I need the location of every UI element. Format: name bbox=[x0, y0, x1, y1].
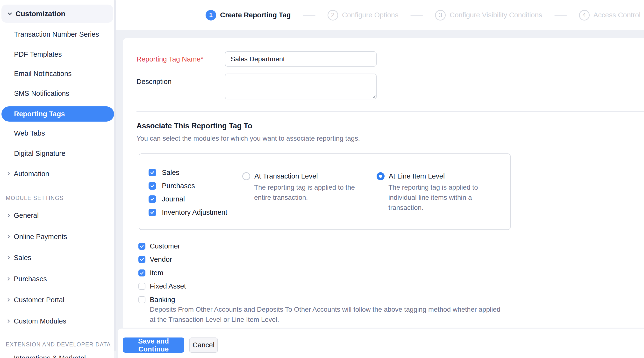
checkmark-icon bbox=[148, 195, 156, 203]
module-association-panel: Sales Purchases Journal Inventory Adjust… bbox=[139, 154, 511, 230]
checkbox-empty-icon bbox=[138, 283, 146, 290]
sidebar-item-digital-signature[interactable]: Digital Signature bbox=[14, 148, 66, 159]
checkmark-icon bbox=[148, 209, 156, 216]
radio-icon bbox=[242, 172, 250, 180]
sidebar-section-custom-modules[interactable]: Custom Modules bbox=[0, 316, 116, 326]
sidebar-section-label: General bbox=[14, 210, 39, 221]
step-label: Configure Visibility Conditions bbox=[450, 11, 542, 19]
sidebar-scrollbar-track bbox=[114, 0, 116, 358]
radio-selected-icon bbox=[376, 172, 384, 180]
save-and-continue-button[interactable]: Save and Continue bbox=[123, 338, 184, 353]
wizard-stepper: 1 Create Reporting Tag 2 Configure Optio… bbox=[116, 0, 644, 30]
checkbox-label: Item bbox=[150, 269, 163, 277]
sidebar-section-label: Online Payments bbox=[14, 231, 67, 242]
checkbox-label: Customer bbox=[150, 242, 180, 250]
sidebar-section-label: Automation bbox=[14, 168, 49, 179]
form-action-bar: Save and Continue Cancel bbox=[118, 329, 644, 358]
sidebar-item-sms-notifications[interactable]: SMS Notifications bbox=[14, 88, 69, 99]
checkbox-fixed-asset[interactable]: Fixed Asset bbox=[138, 281, 186, 291]
reporting-tag-name-label: Reporting Tag Name* bbox=[136, 54, 204, 64]
checkmark-icon bbox=[138, 243, 146, 250]
checkmark-icon bbox=[148, 169, 156, 176]
sidebar-section-label: Purchases bbox=[14, 274, 47, 284]
checkbox-vendor[interactable]: Vendor bbox=[138, 254, 172, 265]
checkbox-inventory-adjustment[interactable]: Inventory Adjustment bbox=[148, 207, 227, 218]
checkmark-icon bbox=[138, 269, 146, 276]
checkbox-label: Inventory Adjustment bbox=[162, 208, 227, 216]
step-connector bbox=[554, 15, 567, 16]
step-connector bbox=[410, 15, 423, 16]
banking-note: Deposits From Other Accounts and Deposit… bbox=[150, 304, 507, 325]
chevron-right-icon bbox=[6, 234, 12, 240]
radio-at-transaction-level[interactable]: At Transaction Level bbox=[242, 171, 318, 181]
sidebar-item-email-notifications[interactable]: Email Notifications bbox=[14, 68, 72, 79]
checkbox-empty-icon bbox=[138, 296, 146, 303]
create-reporting-tag-form: Reporting Tag Name* Description Associat… bbox=[123, 38, 644, 328]
chevron-right-icon bbox=[6, 255, 12, 261]
chevron-down-icon bbox=[7, 11, 13, 17]
sidebar-header-extension-developer-data: EXTENSION AND DEVELOPER DATA bbox=[6, 340, 111, 349]
checkbox-label: Banking bbox=[150, 296, 175, 304]
step-configure-options[interactable]: 2 Configure Options bbox=[328, 10, 398, 20]
sidebar-section-online-payments[interactable]: Online Payments bbox=[0, 231, 116, 242]
checkbox-label: Vendor bbox=[150, 255, 172, 263]
chevron-right-icon bbox=[6, 318, 12, 324]
settings-sidebar: Customization Transaction Number Series … bbox=[0, 0, 116, 358]
step-configure-visibility-conditions[interactable]: 3 Configure Visibility Conditions bbox=[435, 10, 542, 20]
step-create-reporting-tag[interactable]: 1 Create Reporting Tag bbox=[206, 10, 291, 20]
sidebar-item-reporting-tags-selected[interactable]: Reporting Tags bbox=[2, 106, 114, 122]
radio-description: The reporting tag is applied to the enti… bbox=[254, 182, 366, 203]
sidebar-section-label: Customization bbox=[16, 10, 66, 18]
associate-section-subtitle: You can select the modules for which you… bbox=[136, 133, 360, 144]
sidebar-section-purchases[interactable]: Purchases bbox=[0, 274, 116, 284]
chevron-right-icon bbox=[6, 171, 12, 177]
sidebar-section-general[interactable]: General bbox=[0, 210, 116, 221]
sidebar-section-automation[interactable]: Automation bbox=[0, 168, 116, 179]
sidebar-item-transaction-number-series[interactable]: Transaction Number Series bbox=[14, 29, 99, 39]
radio-label: At Line Item Level bbox=[389, 172, 445, 180]
checkbox-purchases[interactable]: Purchases bbox=[148, 180, 195, 191]
step-label: Configure Options bbox=[342, 11, 398, 19]
checkbox-customer[interactable]: Customer bbox=[138, 241, 180, 251]
checkbox-sales[interactable]: Sales bbox=[148, 167, 180, 178]
description-label: Description bbox=[136, 76, 172, 87]
panel-divider bbox=[232, 154, 233, 229]
step-number-badge: 2 bbox=[328, 10, 338, 20]
checkbox-label: Sales bbox=[162, 169, 180, 177]
sidebar-section-label: Sales bbox=[14, 252, 32, 263]
checkmark-icon bbox=[138, 256, 146, 263]
chevron-right-icon bbox=[6, 212, 12, 218]
sidebar-item-label: Reporting Tags bbox=[14, 110, 65, 118]
sidebar-scrollbar-thumb[interactable] bbox=[114, 0, 116, 351]
sidebar-section-label: Customer Portal bbox=[14, 295, 64, 305]
sidebar-section-label: Custom Modules bbox=[14, 316, 66, 326]
sidebar-section-customer-portal[interactable]: Customer Portal bbox=[0, 295, 116, 305]
sidebar-item-pdf-templates[interactable]: PDF Templates bbox=[14, 49, 62, 60]
radio-label: At Transaction Level bbox=[254, 172, 318, 180]
step-connector bbox=[303, 15, 316, 16]
sidebar-item-integrations-marketplace[interactable]: Integrations & Marketpl bbox=[14, 353, 86, 358]
checkbox-journal[interactable]: Journal bbox=[148, 194, 185, 204]
step-label: Access Control bbox=[594, 11, 640, 19]
chevron-right-icon bbox=[6, 297, 12, 303]
associate-section-title: Associate This Reporting Tag To bbox=[136, 121, 252, 131]
reporting-tag-name-input[interactable] bbox=[225, 51, 376, 67]
step-number-badge: 4 bbox=[579, 10, 590, 20]
radio-description: The reporting tag is applied to individu… bbox=[388, 182, 489, 213]
checkbox-label: Purchases bbox=[162, 182, 195, 190]
checkbox-item[interactable]: Item bbox=[138, 268, 163, 278]
description-textarea[interactable] bbox=[225, 74, 376, 99]
checkbox-banking[interactable]: Banking bbox=[138, 294, 175, 305]
checkbox-label: Journal bbox=[162, 195, 185, 203]
step-label: Create Reporting Tag bbox=[220, 11, 291, 19]
chevron-right-icon bbox=[6, 276, 12, 282]
checkmark-icon bbox=[148, 182, 156, 190]
step-access-control[interactable]: 4 Access Control bbox=[579, 10, 640, 20]
cancel-button[interactable]: Cancel bbox=[189, 338, 218, 353]
radio-at-line-item-level[interactable]: At Line Item Level bbox=[376, 171, 445, 181]
checkbox-label: Fixed Asset bbox=[150, 282, 186, 290]
sidebar-section-customization[interactable]: Customization bbox=[2, 4, 113, 23]
sidebar-section-sales[interactable]: Sales bbox=[0, 252, 116, 263]
sidebar-item-web-tabs[interactable]: Web Tabs bbox=[14, 128, 45, 139]
step-number-badge: 1 bbox=[206, 10, 216, 20]
